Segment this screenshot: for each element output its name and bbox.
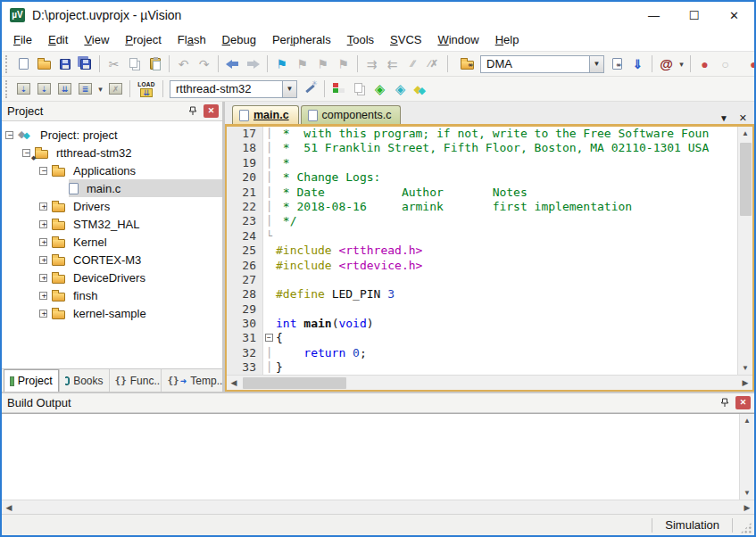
panel-tab-books[interactable]: Books: [59, 369, 109, 392]
scroll-right-arrow[interactable]: ▶: [740, 500, 754, 514]
search-value[interactable]: DMA: [480, 55, 589, 73]
menu-item-view[interactable]: View: [76, 30, 117, 49]
copy-button[interactable]: [124, 54, 145, 74]
tree-item-kernel[interactable]: Kernel: [2, 233, 222, 251]
tree-item-body[interactable]: Kernel: [52, 233, 222, 251]
pin-panel-button[interactable]: [718, 396, 732, 409]
download-button[interactable]: LOAD⇊: [134, 78, 159, 99]
expand-icon[interactable]: [39, 202, 47, 211]
tree-item-body[interactable]: finsh: [52, 286, 222, 304]
panel-tab-templates[interactable]: {}➜ Temp...: [161, 369, 222, 392]
tree-item-body[interactable]: Applications: [52, 161, 222, 179]
search-combobox[interactable]: DMA ▼: [480, 55, 604, 73]
build-output-content[interactable]: ▲ ▼: [2, 413, 754, 500]
clear-bookmarks-button[interactable]: ⚑: [333, 54, 353, 74]
toolbar-grip[interactable]: [5, 55, 10, 73]
scroll-right-arrow[interactable]: ▶: [738, 376, 752, 390]
scroll-down-arrow[interactable]: ▼: [738, 361, 752, 375]
tree-item-body[interactable]: Drivers: [52, 197, 222, 215]
options-for-target-button[interactable]: [300, 78, 320, 99]
translate-button[interactable]: ⇣: [13, 78, 34, 99]
new-file-button[interactable]: [13, 54, 34, 74]
batch-build-dropdown[interactable]: ▾: [96, 78, 105, 99]
manage-project-items-button[interactable]: [328, 78, 349, 99]
pin-panel-button[interactable]: [186, 104, 200, 118]
expand-icon[interactable]: [39, 292, 47, 300]
scroll-up-arrow[interactable]: ▲: [740, 414, 754, 427]
close-button[interactable]: ✕: [714, 2, 754, 29]
save-button[interactable]: [54, 54, 75, 74]
tree-item-rtthread-stm32[interactable]: ◆rtthread-stm32: [2, 144, 222, 161]
tree-item-project-project[interactable]: Project: project: [2, 126, 222, 144]
close-panel-button[interactable]: ✕: [204, 104, 219, 118]
disable-breakpoint-button[interactable]: ○: [715, 54, 735, 74]
select-software-packs-button[interactable]: ◈: [390, 78, 411, 99]
menu-item-help[interactable]: Help: [487, 30, 528, 49]
batch-build-button[interactable]: ≣: [75, 78, 96, 99]
fold-collapse-icon[interactable]: −: [262, 331, 276, 345]
menu-item-window[interactable]: Window: [429, 30, 486, 49]
find-in-files-button[interactable]: ∞: [457, 54, 478, 74]
scroll-up-arrow[interactable]: ▲: [738, 127, 752, 140]
tree-item-kernel-sample[interactable]: kernel-sample: [2, 304, 222, 322]
close-panel-button[interactable]: ✕: [735, 396, 751, 409]
tree-item-finsh[interactable]: finsh: [2, 286, 222, 304]
tree-item-body[interactable]: STM32_HAL: [52, 215, 222, 233]
output-vertical-scrollbar[interactable]: ▲ ▼: [739, 414, 754, 500]
scroll-left-arrow[interactable]: ◀: [2, 500, 16, 514]
scroll-down-arrow[interactable]: ▼: [740, 486, 754, 500]
target-combobox[interactable]: rtthread-stm32 ▼: [170, 80, 297, 98]
menu-item-flash[interactable]: Flash: [170, 30, 214, 49]
find-text-dropdown[interactable]: ▾: [677, 54, 686, 74]
maximize-button[interactable]: ☐: [674, 2, 714, 29]
panel-tab-project[interactable]: Project: [4, 369, 59, 392]
tree-item-body[interactable]: DeviceDrivers: [52, 268, 222, 286]
expand-icon[interactable]: [39, 310, 47, 318]
collapse-icon[interactable]: [22, 149, 30, 157]
menu-item-edit[interactable]: Edit: [40, 30, 76, 49]
tree-item-body[interactable]: main.c: [69, 179, 222, 197]
rebuild-button[interactable]: ⇊: [54, 78, 75, 99]
expand-icon[interactable]: [39, 256, 47, 264]
tree-item-main-c[interactable]: main.c: [2, 179, 222, 197]
editor-vertical-scrollbar[interactable]: ▲ ▼: [737, 127, 752, 375]
tree-item-devicedrivers[interactable]: DeviceDrivers: [2, 268, 222, 286]
tree-item-cortex-m3[interactable]: CORTEX-M3: [2, 251, 222, 268]
cut-button[interactable]: ✂: [104, 54, 124, 74]
comment-button[interactable]: ∕∕: [403, 54, 423, 74]
incremental-find-button[interactable]: ⇓: [627, 54, 648, 74]
scroll-left-arrow[interactable]: ◀: [227, 376, 241, 390]
search-dropdown-button[interactable]: ▼: [589, 55, 604, 73]
horizontal-scroll-thumb[interactable]: [243, 377, 346, 389]
tree-item-stm32-hal[interactable]: STM32_HAL: [2, 215, 222, 233]
expand-icon[interactable]: [39, 220, 47, 228]
uncomment-button[interactable]: ∕✗: [423, 54, 444, 74]
output-horizontal-scrollbar[interactable]: ◀ ▶: [2, 500, 754, 514]
tab-main-c[interactable]: main.c: [232, 105, 299, 124]
find-in-document-button[interactable]: ∞: [607, 54, 627, 74]
insert-breakpoint-button[interactable]: ●: [694, 54, 715, 74]
minimize-button[interactable]: —: [634, 2, 674, 29]
target-dropdown-button[interactable]: ▼: [282, 80, 297, 98]
indent-button[interactable]: ⇉: [361, 54, 382, 74]
save-all-button[interactable]: [75, 54, 96, 74]
toggle-bookmark-button[interactable]: ⚑: [271, 54, 292, 74]
unindent-button[interactable]: ⇇: [382, 54, 403, 74]
menu-item-tools[interactable]: Tools: [339, 30, 382, 49]
open-file-button[interactable]: [34, 54, 54, 74]
tree-item-body[interactable]: kernel-sample: [52, 304, 222, 322]
menu-item-peripherals[interactable]: Peripherals: [264, 30, 339, 49]
expand-icon[interactable]: [39, 274, 47, 282]
collapse-icon[interactable]: [5, 131, 13, 139]
tab-components-c[interactable]: components.c: [301, 105, 402, 124]
paste-button[interactable]: [145, 54, 165, 74]
undo-button[interactable]: ↶: [173, 54, 194, 74]
vertical-scroll-thumb[interactable]: [740, 143, 752, 216]
code-editor[interactable]: 17│ * with this program; if not, write t…: [227, 127, 737, 375]
menu-item-file[interactable]: File: [5, 30, 40, 49]
editor-horizontal-scrollbar[interactable]: ◀ ▶: [227, 375, 752, 390]
panel-tab-functions[interactable]: {} Func...: [109, 369, 162, 392]
tab-list-dropdown[interactable]: ▼: [719, 113, 728, 123]
menu-item-project[interactable]: Project: [117, 30, 169, 49]
pack-installer-button[interactable]: [411, 78, 431, 99]
